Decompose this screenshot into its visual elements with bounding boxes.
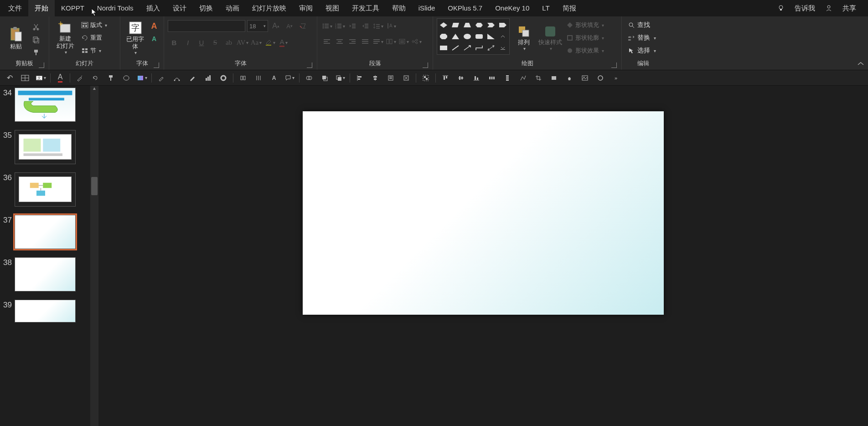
shape-parallelogram[interactable] xyxy=(450,20,461,30)
qat-chart-icon[interactable] xyxy=(202,72,214,84)
underline-button[interactable]: U xyxy=(195,36,208,48)
shape-connector[interactable] xyxy=(474,43,485,53)
shape-rect[interactable] xyxy=(438,43,449,53)
qat-fill-color-icon[interactable] xyxy=(136,72,148,84)
qat-textbox-icon[interactable]: 文 xyxy=(35,72,46,84)
qat-circle-icon[interactable] xyxy=(594,72,606,84)
tab-koppt[interactable]: KOPPT xyxy=(55,0,91,16)
numbering-button[interactable]: 123 xyxy=(334,20,346,32)
scrollbar-handle[interactable] xyxy=(91,177,98,195)
shape-outline-button[interactable]: 形状轮廓 xyxy=(564,32,606,44)
tab-devtools[interactable]: 开发工具 xyxy=(346,0,386,16)
qat-group-icon[interactable] xyxy=(420,72,432,84)
qat-distribute-icon[interactable] xyxy=(253,72,264,84)
shape-line[interactable] xyxy=(450,43,461,53)
tab-brief[interactable]: 简报 xyxy=(556,0,583,16)
char-spacing-button[interactable]: AV xyxy=(236,36,249,48)
tab-review[interactable]: 审阅 xyxy=(293,0,319,16)
thumbnails-scrollbar[interactable]: ▲ xyxy=(90,86,98,426)
tab-view[interactable]: 视图 xyxy=(319,0,346,16)
decrease-font-a-icon[interactable]: A xyxy=(148,33,160,45)
align-right-button[interactable] xyxy=(346,36,358,47)
qat-overflow-icon[interactable]: » xyxy=(610,72,622,84)
find-button[interactable]: 查找 xyxy=(625,19,659,31)
smartart-convert-button[interactable] xyxy=(410,36,422,47)
shape-diamond[interactable] xyxy=(438,20,449,30)
scroll-up-icon[interactable]: ▲ xyxy=(90,86,98,93)
qat-distribute-h-icon[interactable] xyxy=(486,72,498,84)
clipboard-launcher[interactable] xyxy=(39,62,44,68)
font-size-combo[interactable]: 18▾ xyxy=(247,20,268,32)
cut-button[interactable] xyxy=(30,21,42,33)
paragraph-launcher[interactable] xyxy=(423,62,428,68)
increase-font-a-icon[interactable]: A xyxy=(148,20,160,32)
shape-gallery-up[interactable] xyxy=(497,31,508,42)
tab-animation[interactable]: 动画 xyxy=(219,0,246,16)
tab-help[interactable]: 帮助 xyxy=(386,0,412,16)
used-fonts-button[interactable]: 字 已用字 体 xyxy=(124,18,146,58)
qat-rotate-icon[interactable] xyxy=(89,72,101,84)
shape-double-arrow[interactable] xyxy=(486,43,496,53)
italic-button[interactable]: I xyxy=(181,36,194,48)
qat-edit-points-icon[interactable] xyxy=(171,72,183,84)
layout-button[interactable]: 版式 xyxy=(79,19,109,31)
qat-delete-icon[interactable] xyxy=(400,72,412,84)
qat-undo-icon[interactable]: ↶ xyxy=(4,72,16,84)
tab-islide[interactable]: iSlide xyxy=(412,0,442,16)
shrink-font-button[interactable]: A▾ xyxy=(284,20,295,32)
columns-button[interactable] xyxy=(385,36,397,47)
qat-crop-icon[interactable] xyxy=(532,72,544,84)
usedfont-launcher[interactable] xyxy=(154,62,159,68)
qat-align-left-icon[interactable] xyxy=(354,72,366,84)
arrange-button[interactable]: 排列 xyxy=(512,18,536,58)
align-left-button[interactable] xyxy=(321,36,333,47)
slide-canvas-area[interactable] xyxy=(98,86,868,426)
tab-lt[interactable]: LT xyxy=(536,0,556,16)
copy-button[interactable] xyxy=(30,34,42,46)
line-spacing-button[interactable] xyxy=(372,20,384,32)
text-direction-button[interactable]: ┃A xyxy=(385,20,397,32)
qat-oval-icon[interactable] xyxy=(120,72,132,84)
reset-button[interactable]: 重置 xyxy=(79,32,109,44)
qat-lamp-icon[interactable] xyxy=(563,72,575,84)
distribute-button[interactable] xyxy=(372,36,384,47)
tab-file[interactable]: 文件 xyxy=(2,0,28,16)
tab-slideshow[interactable]: 幻灯片放映 xyxy=(246,0,293,16)
qat-format-painter-icon[interactable] xyxy=(105,72,117,84)
tab-transition[interactable]: 切换 xyxy=(193,0,219,16)
shape-trapezoid[interactable] xyxy=(462,20,473,30)
qat-align-objects-icon[interactable] xyxy=(237,72,249,84)
align-center-button[interactable] xyxy=(334,36,346,47)
qat-crop-path-icon[interactable] xyxy=(517,72,529,84)
justify-button[interactable] xyxy=(359,36,371,47)
tab-okplus[interactable]: OKPlus 5.7 xyxy=(441,0,489,16)
font-color-button[interactable]: A xyxy=(277,36,290,48)
bullets-button[interactable] xyxy=(321,20,333,32)
change-case-button[interactable]: Aa xyxy=(250,36,263,48)
section-button[interactable]: 节 xyxy=(79,45,109,57)
slide-thumbnail-38[interactable] xyxy=(15,257,76,291)
slide-thumbnail-36[interactable] xyxy=(15,172,76,207)
qat-merge-shapes-icon[interactable] xyxy=(303,72,315,84)
tab-onekey[interactable]: OneKey 10 xyxy=(489,0,536,16)
font-launcher[interactable] xyxy=(307,62,312,68)
new-slide-button[interactable]: 新建 幻灯片 xyxy=(53,18,78,58)
qat-align-middle-icon[interactable] xyxy=(455,72,467,84)
decrease-indent-button[interactable] xyxy=(346,20,358,32)
shape-right-triangle[interactable] xyxy=(486,31,496,42)
paste-button[interactable]: 粘贴 xyxy=(4,18,28,58)
shapes-gallery[interactable] xyxy=(437,18,510,55)
shape-chevron[interactable] xyxy=(486,20,496,30)
shadow-button[interactable]: ab xyxy=(222,36,235,48)
slide-thumbnail-35[interactable] xyxy=(15,130,76,164)
shape-gallery-more[interactable] xyxy=(497,43,508,53)
qat-image-icon[interactable] xyxy=(579,72,591,84)
shape-hexagon[interactable] xyxy=(474,20,485,30)
collapse-ribbon-icon[interactable] xyxy=(856,61,865,67)
qat-donut-icon[interactable] xyxy=(217,72,229,84)
shape-oval[interactable] xyxy=(462,31,473,42)
shape-line-arrow[interactable] xyxy=(462,43,473,53)
bold-button[interactable]: B xyxy=(168,36,181,48)
qat-distribute-v-icon[interactable] xyxy=(501,72,513,84)
highlight-button[interactable] xyxy=(264,36,276,48)
